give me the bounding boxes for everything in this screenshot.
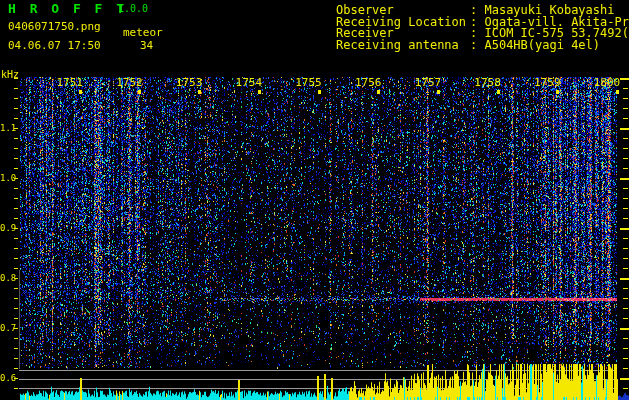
time-axis-label: 1800: [593, 77, 621, 88]
freq-axis-label: 0.6: [0, 374, 13, 383]
station-info-row: Receiving antenna : A504HB(yagi 4el): [336, 40, 629, 52]
station-info-panel: Observer : Masayuki Kobayashi Receiving …: [336, 5, 629, 51]
time-axis-label: 1754: [235, 77, 263, 88]
time-axis-label: 1759: [533, 77, 561, 88]
mode-label: meteor: [123, 27, 163, 38]
time-axis-label: 1758: [474, 77, 502, 88]
app-title: H R O F F T: [8, 2, 127, 15]
time-axis-label: 1753: [175, 77, 203, 88]
freq-axis-label: 1.0: [0, 174, 13, 183]
time-axis-label: 1757: [414, 77, 442, 88]
info-value: A504HB(yagi 4el): [484, 40, 600, 52]
hrofft-screen: H R O F F T 1.0.0 0406071750.png meteor …: [0, 0, 629, 400]
output-filename: 0406071750.png: [8, 21, 101, 32]
time-axis-label: 1751: [56, 77, 84, 88]
observation-datetime: 04.06.07 17:50: [8, 40, 101, 51]
freq-axis-label: 0.8: [0, 274, 13, 283]
time-axis-label: 1755: [295, 77, 323, 88]
info-colon: :: [470, 40, 484, 52]
info-label: Receiving antenna: [336, 40, 470, 52]
time-axis-label: 1756: [354, 77, 382, 88]
time-axis-label: 1752: [115, 77, 143, 88]
meteor-count: 34: [140, 40, 153, 51]
freq-axis-unit: kHz: [1, 70, 19, 80]
freq-axis-label: 0.7: [0, 324, 13, 333]
freq-axis-label: 1.1: [0, 124, 13, 133]
app-version: 1.0.0: [118, 4, 148, 14]
spectrogram-canvas: [0, 0, 629, 400]
freq-axis-label: 0.9: [0, 224, 13, 233]
